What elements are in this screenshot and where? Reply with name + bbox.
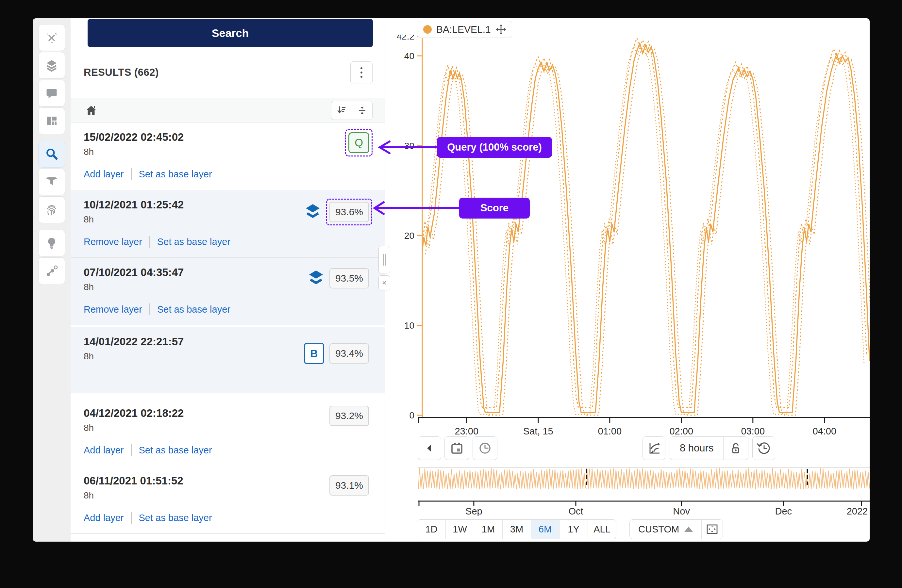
duration-label[interactable]: 8 hours [670, 442, 723, 454]
layer-icon [308, 270, 324, 287]
result-row-query[interactable]: 15/02/2022 02:45:02 8h Add layer Set as … [70, 122, 385, 190]
calendar-button[interactable] [445, 436, 469, 460]
search-results-panel: Search RESULTS (662) 15/02/2022 02:45:02 [70, 18, 385, 542]
svg-text:Dec: Dec [775, 506, 792, 516]
custom-range-group: CUSTOM [630, 519, 723, 539]
set-base-layer-link[interactable]: Set as base layer [139, 513, 212, 523]
add-layer-link[interactable]: Add layer [84, 513, 124, 523]
svg-text:01:00: 01:00 [598, 426, 622, 436]
lock-duration-button[interactable] [723, 442, 748, 455]
series-color-dot [423, 25, 432, 34]
svg-text:30: 30 [404, 141, 414, 151]
link-divider [131, 512, 132, 524]
trend-compare-icon [647, 441, 661, 455]
results-toolbar [70, 98, 385, 122]
chart-toolbar: 8 hours [385, 436, 870, 460]
sidebar-item-comments[interactable] [38, 80, 65, 106]
result-row[interactable]: 06/11/2021 01:51:52 8h Add layer Set as … [70, 466, 385, 534]
add-layer-link[interactable]: Add layer [84, 445, 124, 456]
svg-text:Sat, 15: Sat, 15 [523, 426, 553, 436]
kebab-icon [360, 66, 362, 79]
fingerprint-icon [45, 203, 58, 216]
panel-resize-controls: × [379, 246, 390, 291]
sidebar-item-dashboard[interactable] [38, 108, 65, 134]
range-6m[interactable]: 6M [531, 520, 559, 539]
sidebar: ÷×− [33, 18, 70, 542]
history-button[interactable] [752, 436, 775, 460]
trend-chart[interactable]: 42.240302010023:00Sat, 1501:0002:0003:00… [385, 34, 870, 436]
sidebar-item-context[interactable] [38, 257, 65, 284]
base-layer-badge[interactable]: B [304, 342, 324, 364]
custom-range-button[interactable]: CUSTOM [630, 520, 702, 539]
remove-layer-link[interactable]: Remove layer [84, 236, 142, 247]
range-3m[interactable]: 3M [503, 520, 531, 539]
compare-scales-button[interactable] [642, 436, 666, 460]
sidebar-item-filter[interactable] [38, 169, 65, 195]
range-button-group: 1D 1W 1M 3M 6M 1Y ALL [417, 519, 616, 539]
sidebar-item-search[interactable] [38, 141, 65, 167]
app-window: ÷×− Search RESULTS (662) [33, 18, 870, 542]
chevron-left-icon [424, 443, 434, 453]
query-annotation-outline: Q [345, 129, 373, 156]
panel-drag-handle[interactable] [379, 246, 390, 274]
svg-text:23:00: 23:00 [454, 426, 478, 436]
result-row[interactable]: 21/09/2021 22:41:17 8h Add layer Set as … [70, 534, 385, 542]
time-button[interactable] [473, 436, 497, 460]
pan-left-button[interactable] [418, 436, 441, 460]
series-legend-chip[interactable]: BA:LEVEL.1 [418, 21, 512, 38]
comment-icon [45, 86, 58, 100]
result-row-layer[interactable]: 07/10/2021 04:35:47 8h Remove layer Set … [70, 258, 385, 325]
link-divider [149, 236, 150, 248]
dashboard-icon [45, 114, 58, 127]
results-menu-button[interactable] [350, 61, 373, 84]
results-count-label: RESULTS (662) [84, 67, 159, 78]
bulb-icon [45, 236, 58, 250]
range-1d[interactable]: 1D [417, 520, 446, 539]
svg-text:03:00: 03:00 [741, 426, 765, 436]
search-button[interactable]: Search [88, 19, 373, 47]
sidebar-item-formulas[interactable]: ÷×− [38, 24, 65, 51]
formula-icon: ÷×− [45, 31, 58, 44]
query-badge[interactable]: Q [348, 132, 369, 153]
svg-text:Nov: Nov [673, 506, 690, 516]
set-base-layer-link[interactable]: Set as base layer [157, 304, 230, 315]
result-row-layer[interactable]: 10/12/2021 01:25:42 8h Remove layer Set … [70, 190, 385, 258]
sort-desc-icon [337, 105, 346, 115]
score-chip: 93.4% [329, 343, 369, 364]
sort-descending-button[interactable] [331, 101, 352, 120]
set-base-layer-link[interactable]: Set as base layer [157, 236, 230, 247]
svg-text:42.2: 42.2 [397, 34, 415, 42]
score-chip: 93.2% [329, 406, 369, 426]
result-row[interactable]: 04/12/2021 02:18:22 8h Add layer Set as … [70, 399, 385, 466]
range-1m[interactable]: 1M [474, 520, 503, 539]
score-chip: 93.5% [329, 268, 369, 288]
custom-range-label: CUSTOM [638, 524, 679, 535]
collapse-rows-button[interactable] [352, 101, 372, 120]
remove-layer-link[interactable]: Remove layer [84, 304, 142, 315]
overview-strip[interactable]: SepOctNovDec2022 [418, 467, 870, 516]
context-graph-icon [45, 264, 58, 277]
svg-text:÷: ÷ [46, 31, 49, 36]
sidebar-item-layers[interactable] [38, 52, 65, 79]
sidebar-item-fingerprint[interactable] [38, 196, 65, 223]
fit-range-button[interactable] [702, 520, 723, 539]
svg-text:40: 40 [404, 51, 414, 61]
set-base-layer-link[interactable]: Set as base layer [139, 169, 212, 180]
history-icon [757, 441, 770, 455]
set-base-layer-link[interactable]: Set as base layer [139, 445, 212, 456]
range-all[interactable]: ALL [588, 520, 616, 539]
home-icon[interactable] [86, 105, 97, 116]
link-divider [131, 168, 132, 180]
add-layer-link[interactable]: Add layer [84, 169, 124, 180]
move-icon[interactable] [495, 24, 507, 35]
layer-icon [305, 203, 321, 220]
link-divider [149, 303, 150, 315]
range-1w[interactable]: 1W [446, 520, 474, 539]
svg-text:10: 10 [404, 321, 414, 331]
chart-panel: BA:LEVEL.1 42.240302010023:00Sat, 1501:0… [385, 18, 870, 542]
sidebar-item-recommendations[interactable] [38, 230, 65, 256]
screenshot-stage: { "app": { "search_button": "Search", "r… [0, 0, 902, 588]
result-row-base-layer[interactable]: 14/01/2022 22:21:57 8h B 93.4% [70, 327, 385, 393]
panel-close-button[interactable]: × [379, 275, 390, 291]
range-1y[interactable]: 1Y [559, 520, 588, 539]
